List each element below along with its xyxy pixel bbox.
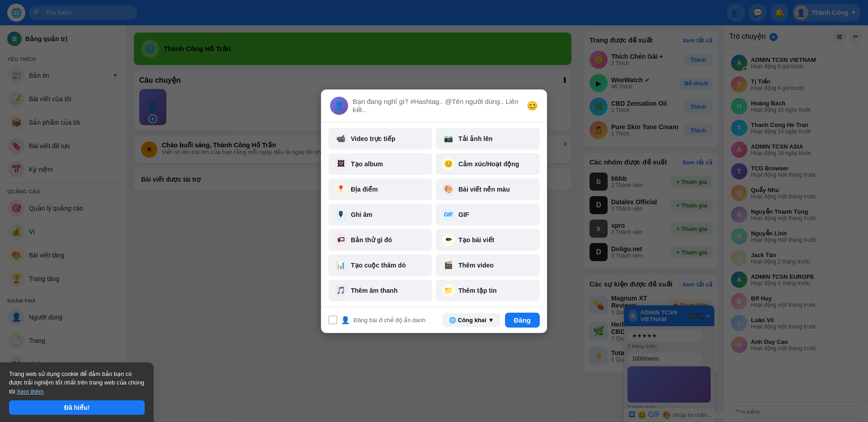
- option-add-video[interactable]: 🎬 Thêm video: [436, 254, 540, 276]
- modal-header: 👤 Bạn đang nghĩ gì? #Hashtag.. @Tên ngườ…: [321, 89, 547, 122]
- cookie-accept-button[interactable]: Đã hiểu!: [9, 400, 145, 415]
- option-test-something[interactable]: 🏷 Bản thử gì đó: [328, 229, 432, 251]
- them-tap-tin-label: Thêm tập tin: [458, 287, 496, 294]
- modal-post-input-placeholder[interactable]: Bạn đang nghĩ gì? #Hashtag.. @Tên người …: [353, 98, 522, 114]
- create-poll-icon: 📊: [335, 259, 347, 272]
- option-create-poll[interactable]: 📊 Tạo cuộc thăm dò: [328, 254, 432, 276]
- add-video-icon: 🎬: [442, 259, 455, 272]
- cookie-banner: Trang web sử dụng cookie để đảm bảo bạn …: [0, 362, 154, 422]
- anon-label: Đăng bài ở chế độ ẩn danh: [354, 317, 425, 324]
- modal-overlay[interactable]: 👤 Bạn đang nghĩ gì? #Hashtag.. @Tên ngườ…: [0, 0, 868, 422]
- them-video-label: Thêm video: [458, 262, 494, 269]
- option-gif[interactable]: GIF GIF: [436, 204, 540, 225]
- emotion-icon: 😊: [442, 158, 455, 170]
- post-creation-modal: 👤 Bạn đang nghĩ gì? #Hashtag.. @Tên ngườ…: [321, 89, 547, 333]
- post-submit-button[interactable]: Đăng: [505, 313, 540, 328]
- globe-icon: 🌐: [449, 317, 456, 324]
- modal-emoji-icon[interactable]: 😊: [527, 100, 538, 111]
- anon-checkbox[interactable]: [328, 315, 337, 324]
- background-post-icon: 🎨: [442, 183, 455, 196]
- option-add-file[interactable]: 📁 Thêm tập tin: [436, 280, 540, 301]
- create-album-icon: 🖼: [335, 158, 347, 170]
- modal-options-grid: 📹 Video trực tiếp 📷 Tải ảnh lên 🖼 Tạo al…: [321, 122, 547, 307]
- option-create-album[interactable]: 🖼 Tạo album: [328, 153, 432, 175]
- anon-icon: 👤: [341, 316, 350, 324]
- video-live-icon: 📹: [335, 132, 347, 145]
- location-icon: 📍: [335, 183, 347, 196]
- option-emotion-activity[interactable]: 😊 Cảm xúc/Hoạt động: [436, 153, 540, 175]
- record-audio-icon: 🎙: [335, 208, 347, 221]
- test-icon: 🏷: [335, 234, 347, 246]
- add-audio-icon: 🎵: [335, 284, 347, 297]
- option-background-post[interactable]: 🎨 Bài viết nền màu: [436, 178, 540, 200]
- modal-user-avatar: 👤: [330, 97, 348, 115]
- gif-option-icon: GIF: [442, 208, 455, 221]
- option-video-live[interactable]: 📹 Video trực tiếp: [328, 128, 432, 150]
- cookie-text: Trang web sử dụng cookie để đảm bảo bạn …: [9, 370, 145, 396]
- cookie-learn-more-link[interactable]: Xem thêm: [17, 388, 43, 395]
- option-location[interactable]: 📍 Địa điểm: [328, 178, 432, 200]
- option-upload-photo[interactable]: 📷 Tải ảnh lên: [436, 128, 540, 150]
- create-post-icon: ✏: [442, 234, 455, 246]
- modal-anonymous-option: 👤 Đăng bài ở chế độ ẩn danh: [328, 315, 438, 324]
- option-create-post[interactable]: ✏ Tạo bài viết: [436, 229, 540, 251]
- modal-footer: 👤 Đăng bài ở chế độ ẩn danh 🌐 Công khai …: [321, 307, 547, 333]
- option-record-audio[interactable]: 🎙 Ghi âm: [328, 204, 432, 225]
- upload-photo-icon: 📷: [442, 132, 455, 145]
- option-add-audio[interactable]: 🎵 Thêm âm thanh: [328, 280, 432, 301]
- chevron-down-icon: ▼: [488, 317, 494, 324]
- add-file-icon: 📁: [442, 284, 455, 297]
- modal-post-type-selector: 🌐 Công khai ▼: [443, 313, 500, 327]
- post-type-button[interactable]: 🌐 Công khai ▼: [443, 313, 500, 327]
